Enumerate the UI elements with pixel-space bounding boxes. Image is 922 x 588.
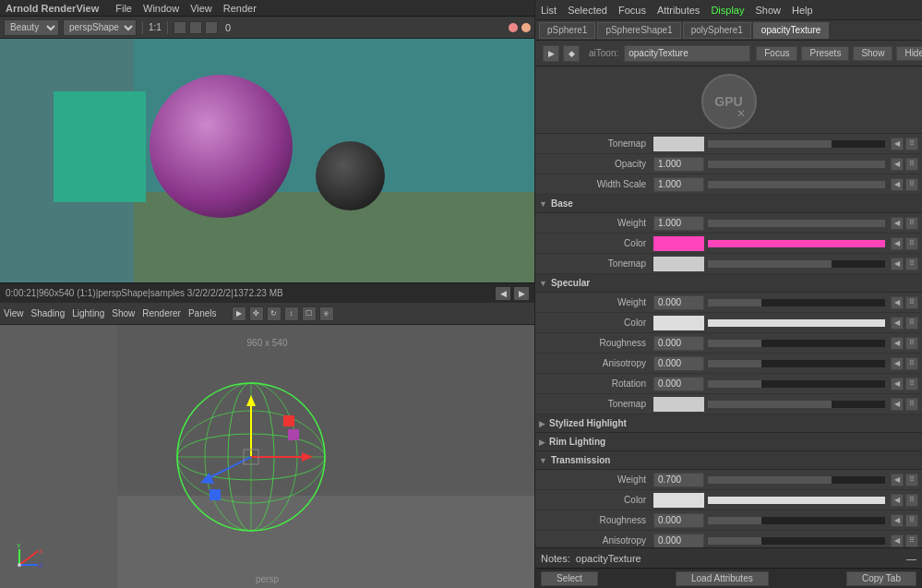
- st-btn2[interactable]: ⠿: [905, 398, 918, 411]
- vp-icon-scale[interactable]: ↕: [284, 306, 299, 321]
- tonemap-btn2[interactable]: ⠿: [905, 138, 918, 150]
- node-tab-1[interactable]: pSphereShape1: [597, 22, 680, 39]
- node-tab-3[interactable]: opacityTexture: [753, 22, 829, 39]
- ae-menu-focus[interactable]: Focus: [618, 5, 646, 16]
- vp-menu-shading[interactable]: Shading: [31, 308, 66, 318]
- menu-window[interactable]: Window: [143, 3, 179, 14]
- max-icon[interactable]: [521, 23, 531, 32]
- tonemap-color[interactable]: [653, 137, 704, 151]
- trans-anisotropy-input[interactable]: 0.000: [653, 534, 704, 548]
- trans-anisotropy-slider[interactable]: [708, 537, 885, 545]
- copy-tab-btn[interactable]: Copy Tab: [846, 571, 916, 586]
- vp-icon-cam[interactable]: ☐: [302, 306, 317, 321]
- spec-tonemap-color[interactable]: [653, 397, 704, 412]
- width-scale-btn2[interactable]: ⠿: [905, 178, 918, 191]
- trans-color-slider[interactable]: [708, 497, 885, 504]
- width-scale-btn1[interactable]: ◀: [891, 178, 904, 191]
- info-btn-2[interactable]: ▶: [514, 287, 529, 300]
- menu-file[interactable]: File: [115, 3, 132, 14]
- base-color-slider[interactable]: [708, 240, 885, 247]
- vp-menu-lighting[interactable]: Lighting: [72, 308, 104, 318]
- node-icon-btn-1[interactable]: ▶: [543, 45, 559, 62]
- bw-btn2[interactable]: ⠿: [905, 217, 918, 230]
- srot-btn1[interactable]: ◀: [891, 378, 904, 390]
- shader-name-input[interactable]: [624, 45, 750, 62]
- base-section-header[interactable]: ▼ Base: [535, 195, 922, 213]
- sa-btn2[interactable]: ⠿: [905, 357, 918, 370]
- spec-rotation-slider[interactable]: [708, 380, 885, 388]
- vp-menu-show[interactable]: Show: [112, 308, 135, 318]
- select-btn[interactable]: Select: [541, 571, 598, 586]
- trans-roughness-input[interactable]: 0.000: [653, 513, 704, 528]
- spec-weight-slider[interactable]: [708, 299, 885, 306]
- spec-rotation-input[interactable]: 0.000: [653, 377, 704, 391]
- vp-menu-renderer[interactable]: Renderer: [142, 308, 181, 318]
- stylized-highlight-section-header[interactable]: ▶ Stylized Highlight: [535, 414, 922, 433]
- sw-btn1[interactable]: ◀: [891, 296, 904, 309]
- info-btn-1[interactable]: ◀: [496, 287, 510, 300]
- ae-menu-selected[interactable]: Selected: [568, 5, 607, 16]
- node-tab-2[interactable]: polySphere1: [683, 22, 751, 39]
- bt-btn2[interactable]: ⠿: [905, 258, 918, 270]
- node-icon-btn-2[interactable]: ◆: [563, 45, 580, 62]
- tonemap-slider[interactable]: [708, 140, 885, 148]
- persp-select[interactable]: perspShape: [63, 19, 137, 36]
- trans-weight-input[interactable]: 0.700: [653, 473, 704, 487]
- sr-btn1[interactable]: ◀: [891, 337, 904, 350]
- trans-roughness-slider[interactable]: [708, 517, 885, 524]
- ae-menu-show[interactable]: Show: [755, 5, 781, 16]
- srot-btn2[interactable]: ⠿: [905, 378, 918, 390]
- tonemap-btn1[interactable]: ◀: [891, 138, 904, 150]
- menu-render[interactable]: Render: [223, 3, 257, 14]
- beauty-select[interactable]: Beauty: [4, 19, 59, 36]
- sc-btn2[interactable]: ⠿: [905, 317, 918, 330]
- vp-icon-rotate[interactable]: ↻: [267, 306, 281, 321]
- show-btn[interactable]: Show: [853, 46, 892, 61]
- opacity-input[interactable]: 1.000: [653, 157, 704, 172]
- spec-anisotropy-input[interactable]: 0.000: [653, 356, 704, 371]
- icon-3[interactable]: [205, 21, 218, 34]
- sr-btn2[interactable]: ⠿: [905, 337, 918, 350]
- trans-weight-slider[interactable]: [708, 476, 885, 484]
- spec-weight-input[interactable]: 0.000: [653, 295, 704, 310]
- specular-section-header[interactable]: ▼ Specular: [535, 274, 922, 293]
- spec-color-slider[interactable]: [708, 319, 885, 327]
- sa-btn1[interactable]: ◀: [891, 357, 904, 370]
- tc-btn2[interactable]: ⠿: [905, 494, 918, 507]
- spec-anisotropy-slider[interactable]: [708, 360, 885, 367]
- vp-icon-move[interactable]: ✜: [249, 306, 264, 321]
- base-color-swatch[interactable]: [653, 236, 704, 251]
- ta-btn2[interactable]: ⠿: [905, 534, 918, 547]
- sw-btn2[interactable]: ⠿: [905, 296, 918, 309]
- focus-btn[interactable]: Focus: [756, 46, 797, 61]
- spec-color-swatch[interactable]: [653, 316, 704, 330]
- spec-roughness-input[interactable]: 0.000: [653, 336, 704, 351]
- base-weight-slider[interactable]: [708, 220, 885, 227]
- base-weight-input[interactable]: 1.000: [653, 216, 704, 231]
- bw-btn1[interactable]: ◀: [891, 217, 904, 230]
- vp-canvas[interactable]: 960 x 540: [0, 325, 534, 588]
- base-tonemap-color[interactable]: [653, 257, 704, 271]
- rim-lighting-section-header[interactable]: ▶ Rim Lighting: [535, 433, 922, 451]
- min-icon[interactable]: [509, 23, 518, 32]
- attrs-scroll[interactable]: Tonemap ◀ ⠿ Opacity 1.000 ◀ ⠿: [535, 134, 922, 547]
- tr-btn1[interactable]: ◀: [891, 514, 904, 527]
- width-scale-slider[interactable]: [708, 181, 885, 188]
- opacity-btn1[interactable]: ◀: [891, 158, 904, 171]
- icon-1[interactable]: [174, 21, 186, 34]
- ae-menu-attributes[interactable]: Attributes: [657, 5, 700, 16]
- trans-color-swatch[interactable]: [653, 493, 704, 508]
- st-btn1[interactable]: ◀: [891, 398, 904, 411]
- sc-btn1[interactable]: ◀: [891, 317, 904, 330]
- bc-btn1[interactable]: ◀: [891, 237, 904, 250]
- vp-menu-panels[interactable]: Panels: [188, 308, 217, 318]
- tc-btn1[interactable]: ◀: [891, 494, 904, 507]
- vp-icon-select[interactable]: ▶: [232, 306, 246, 321]
- base-tonemap-slider[interactable]: [708, 260, 885, 268]
- tw-btn2[interactable]: ⠿: [905, 474, 918, 486]
- spec-tonemap-slider[interactable]: [708, 401, 885, 408]
- ae-menu-display[interactable]: Display: [711, 5, 744, 16]
- width-scale-input[interactable]: 1.000: [653, 177, 704, 192]
- presets-btn[interactable]: Presets: [801, 46, 849, 61]
- icon-2[interactable]: [189, 21, 202, 34]
